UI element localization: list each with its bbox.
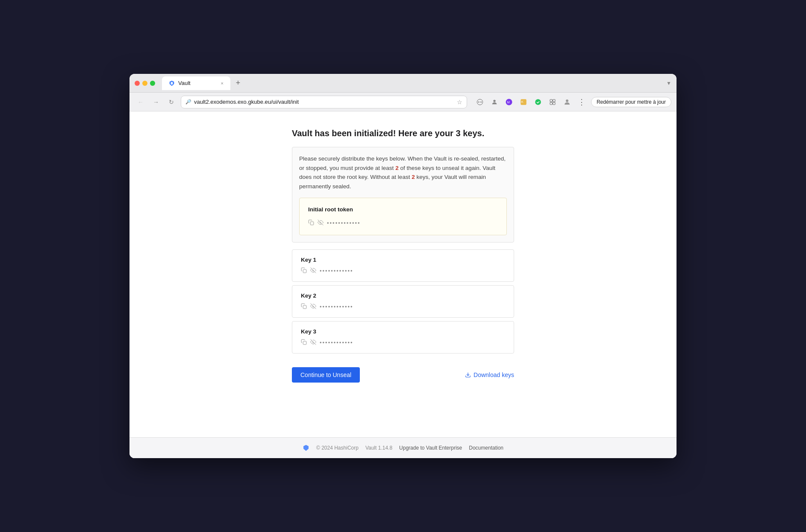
svg-point-5: [493, 99, 495, 102]
key-3-row: ••••••••••••: [301, 339, 505, 346]
key-3-label: Key 3: [301, 328, 505, 335]
initial-root-token-section: Initial root token ••••••••••••: [299, 198, 507, 235]
toggle-visibility-icon-root[interactable]: [318, 219, 324, 228]
footer-copyright: © 2024 HashiCorp: [316, 445, 359, 451]
info-highlight-1: 2: [395, 165, 399, 171]
user-profile-icon[interactable]: [561, 96, 573, 108]
svg-rect-11: [550, 99, 552, 102]
key-3-box: Key 3 ••••••••••••: [292, 321, 514, 354]
vault-main: Vault has been initialized! Here are you…: [292, 129, 514, 383]
menu-dots[interactable]: ⋮: [576, 96, 588, 108]
svg-point-4: [480, 101, 482, 102]
tab-title: Vault: [178, 80, 191, 86]
page-title: Vault has been initialized! Here are you…: [292, 129, 514, 138]
key-2-box: Key 2 ••••••••••••: [292, 285, 514, 318]
key-2-label: Key 2: [301, 292, 505, 299]
svg-rect-22: [303, 342, 306, 345]
action-row: Continue to Unseal Download keys: [292, 362, 514, 383]
toggle-visibility-icon-key2[interactable]: [310, 303, 316, 310]
vault-tab-icon: [169, 80, 175, 86]
extension-2[interactable]: K: [518, 96, 529, 108]
copy-icon-key3[interactable]: [301, 339, 307, 346]
key-1-row: ••••••••••••: [301, 267, 505, 275]
bookmark-icon[interactable]: ☆: [457, 99, 462, 105]
download-keys-label: Download keys: [474, 371, 514, 378]
extension-1[interactable]: M: [503, 96, 515, 108]
svg-rect-16: [310, 222, 314, 225]
svg-marker-25: [303, 445, 309, 451]
toggle-visibility-icon-key3[interactable]: [310, 339, 316, 346]
svg-text:K: K: [521, 100, 524, 104]
copy-icon-key1[interactable]: [301, 267, 307, 275]
download-keys-link[interactable]: Download keys: [465, 371, 514, 378]
browser-actions: M K ⋮: [474, 96, 588, 108]
svg-rect-18: [303, 270, 306, 273]
tab-close-button[interactable]: ×: [221, 81, 224, 86]
key-1-value: ••••••••••••: [320, 268, 353, 274]
svg-point-10: [535, 99, 541, 105]
info-box: Please securely distribute the keys belo…: [292, 147, 514, 243]
extension-3[interactable]: [532, 96, 544, 108]
key-1-box: Key 1 ••••••••••••: [292, 249, 514, 282]
initial-root-token-value: ••••••••••••: [327, 219, 361, 228]
profile-avatar[interactable]: [488, 96, 500, 108]
footer-logo: [303, 444, 309, 451]
address-lock-icon: 🔎: [185, 99, 191, 105]
active-tab[interactable]: Vault ×: [162, 76, 230, 90]
key-2-row: ••••••••••••: [301, 303, 505, 310]
continue-to-unseal-button[interactable]: Continue to Unseal: [292, 367, 360, 383]
maximize-button[interactable]: [150, 81, 155, 86]
download-icon: [465, 372, 471, 378]
svg-point-2: [477, 99, 482, 105]
footer-version: Vault 1.14.8: [365, 445, 392, 451]
minimize-button[interactable]: [142, 81, 147, 86]
forward-button[interactable]: →: [150, 96, 162, 108]
svg-rect-13: [550, 102, 552, 104]
key-1-label: Key 1: [301, 257, 505, 263]
svg-rect-14: [553, 102, 555, 104]
page-content: Vault has been initialized! Here are you…: [129, 111, 677, 458]
initial-root-token-label: Initial root token: [308, 205, 498, 214]
footer-enterprise-link[interactable]: Upgrade to Vault Enterprise: [399, 445, 462, 451]
copy-icon-key2[interactable]: [301, 303, 307, 310]
extensions-puzzle[interactable]: [547, 96, 559, 108]
toggle-visibility-icon-key1[interactable]: [310, 267, 316, 275]
vault-content: Vault has been initialized! Here are you…: [129, 111, 677, 437]
address-text: vault2.exodemos.exo.gkube.eu/ui/vault/in…: [194, 99, 454, 105]
footer-docs-link[interactable]: Documentation: [469, 445, 503, 451]
svg-rect-20: [303, 306, 306, 309]
info-highlight-2: 2: [412, 174, 415, 180]
initial-root-token-row: ••••••••••••: [308, 219, 498, 228]
svg-rect-12: [553, 99, 555, 102]
copy-icon-root[interactable]: [308, 219, 314, 228]
close-button[interactable]: [135, 81, 140, 86]
new-tab-button[interactable]: +: [232, 77, 244, 89]
traffic-lights: [135, 81, 155, 86]
tab-bar: Vault × +: [162, 76, 663, 90]
vault-footer-icon: [303, 444, 309, 451]
key-2-value: ••••••••••••: [320, 304, 353, 310]
update-button[interactable]: Redémarrer pour mettre à jour: [591, 97, 671, 107]
key-3-value: ••••••••••••: [320, 339, 353, 346]
window-dropdown[interactable]: ▼: [666, 80, 671, 86]
address-bar[interactable]: 🔎 vault2.exodemos.exo.gkube.eu/ui/vault/…: [181, 96, 467, 108]
reload-button[interactable]: ↻: [165, 96, 177, 108]
svg-point-3: [478, 101, 479, 102]
back-button[interactable]: ←: [135, 96, 147, 108]
extensions-icon[interactable]: [474, 96, 486, 108]
footer: © 2024 HashiCorp Vault 1.14.8 Upgrade to…: [129, 437, 677, 458]
title-bar: Vault × + ▼: [129, 74, 677, 93]
svg-text:M: M: [507, 100, 509, 104]
svg-point-15: [566, 99, 568, 102]
nav-bar: ← → ↻ 🔎 vault2.exodemos.exo.gkube.eu/ui/…: [129, 93, 677, 111]
